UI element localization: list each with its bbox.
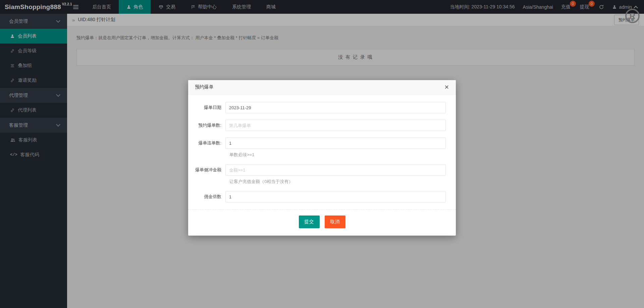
recharge-amount-input[interactable]: [225, 164, 446, 176]
close-icon[interactable]: ✕: [444, 84, 449, 90]
dialog-footer: 提交 取消: [188, 209, 456, 236]
reserve-order-number-label: 预约爆单数:: [192, 120, 225, 131]
consecutive-orders-input[interactable]: [225, 137, 446, 149]
dialog-body: 爆单日期 预约爆单数: 爆单连单数: 单数必须>=1 爆单侧冲金额 让客户充值金…: [188, 95, 456, 202]
commission-multiplier-input[interactable]: [225, 191, 446, 202]
dialog-title: 预约爆单: [195, 84, 214, 90]
form-row-commission-multiplier: 佣金倍数: [192, 191, 446, 202]
cancel-button[interactable]: 取消: [325, 215, 345, 228]
commission-multiplier-label: 佣金倍数: [192, 191, 225, 202]
burst-date-input[interactable]: [225, 102, 446, 113]
recharge-amount-hint: 让客户充值金额（0相当于没有）: [192, 179, 446, 185]
form-row-recharge-amount: 爆单侧冲金额 让客户充值金额（0相当于没有）: [192, 164, 446, 185]
reserve-burst-order-dialog: 预约爆单 ✕ 爆单日期 预约爆单数: 爆单连单数: 单数必须>=1 爆单侧冲金额…: [188, 80, 456, 236]
consecutive-orders-hint: 单数必须>=1: [192, 152, 446, 158]
dialog-header: 预约爆单 ✕: [188, 80, 456, 95]
submit-button[interactable]: 提交: [299, 215, 320, 228]
consecutive-orders-label: 爆单连单数:: [192, 137, 225, 149]
burst-date-label: 爆单日期: [192, 102, 225, 113]
form-row-reserve-order-number: 预约爆单数:: [192, 120, 446, 131]
reserve-order-number-input[interactable]: [225, 120, 446, 131]
form-row-consecutive-orders: 爆单连单数: 单数必须>=1: [192, 137, 446, 158]
recharge-amount-label: 爆单侧冲金额: [192, 164, 225, 176]
form-row-burst-date: 爆单日期: [192, 102, 446, 113]
